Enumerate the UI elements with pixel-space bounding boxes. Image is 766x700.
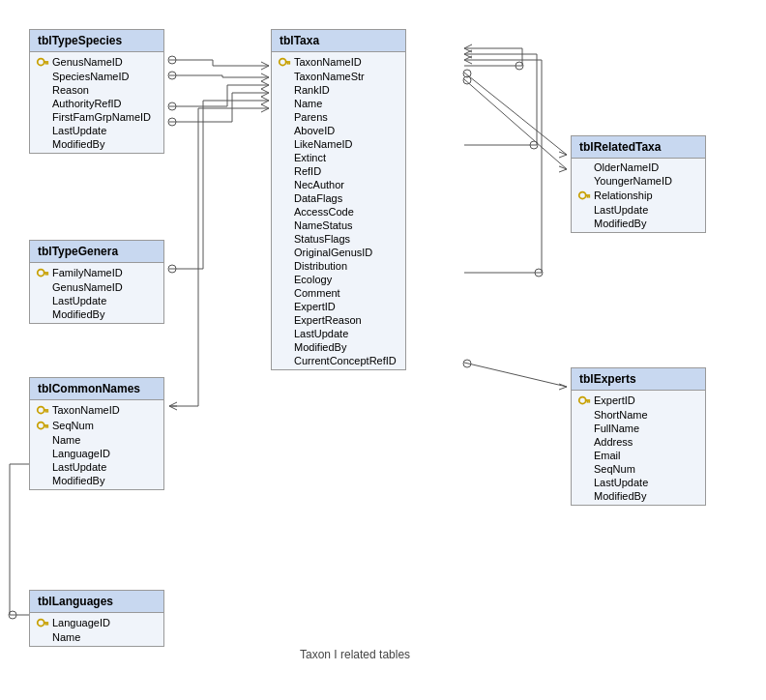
table-row: ModifiedBy [272, 340, 405, 354]
field-name: YoungerNameID [594, 175, 672, 187]
field-name: Parens [294, 111, 328, 123]
table-row: Distribution [272, 259, 405, 273]
svg-rect-75 [44, 61, 48, 63]
table-body-tblexperts: ExpertIDShortNameFullNameAddressEmailSeq… [572, 391, 705, 505]
table-row: SpeciesNameID [30, 70, 163, 83]
field-name: GenusNameID [52, 56, 123, 68]
field-name: FirstFamGrpNameID [52, 111, 151, 123]
field-name: Name [294, 98, 322, 109]
field-name: Name [52, 434, 80, 446]
svg-point-11 [168, 72, 176, 79]
svg-line-66 [559, 384, 567, 387]
svg-line-47 [464, 50, 472, 54]
svg-line-10 [261, 77, 269, 81]
svg-point-78 [280, 59, 286, 66]
svg-line-15 [261, 81, 269, 85]
table-row: AuthorityRefID [30, 97, 163, 110]
svg-rect-95 [44, 424, 48, 426]
svg-rect-87 [44, 272, 48, 274]
table-row: Extinct [272, 151, 405, 164]
svg-rect-103 [44, 622, 48, 624]
table-row: ModifiedBy [572, 489, 705, 503]
table-row: SeqNum [572, 462, 705, 476]
table-row: LastUpdate [572, 476, 705, 489]
svg-point-29 [168, 265, 176, 273]
table-row: ModifiedBy [30, 307, 163, 321]
svg-line-9 [261, 73, 269, 77]
svg-line-59 [559, 155, 567, 158]
table-row: LastUpdate [30, 124, 163, 137]
table-row: Parens [272, 110, 405, 124]
svg-point-86 [38, 270, 44, 277]
table-row: FirstFamGrpNameID [30, 110, 163, 124]
table-row: LastUpdate [30, 460, 163, 474]
key-icon [36, 403, 49, 417]
table-row: Name [272, 97, 405, 110]
table-row: Ecology [272, 273, 405, 286]
svg-line-42 [464, 48, 472, 52]
table-row: FullName [572, 422, 705, 435]
table-row: ModifiedBy [572, 217, 705, 230]
svg-point-61 [463, 76, 471, 84]
field-name: GenusNameID [52, 281, 123, 293]
svg-rect-76 [46, 63, 48, 65]
field-name: SeqNum [52, 420, 94, 431]
svg-point-57 [463, 70, 471, 77]
table-row: LanguageID [30, 615, 163, 630]
table-body-tblrelatedtaxa: OlderNameIDYoungerNameID RelationshipLas… [572, 159, 705, 232]
table-tblrelatedtaxa: tblRelatedTaxaOlderNameIDYoungerNameID R… [571, 135, 706, 233]
table-row: LastUpdate [272, 327, 405, 340]
field-name: ExpertID [294, 301, 336, 312]
field-name: TaxonNameID [52, 404, 120, 416]
field-name: DataFlags [294, 192, 342, 204]
key-icon [36, 55, 49, 69]
svg-point-98 [579, 397, 586, 404]
key-icon [36, 419, 49, 432]
key-icon [577, 189, 591, 202]
svg-rect-85 [587, 196, 589, 198]
table-header-tbltypegenera: tblTypeGenera [30, 241, 163, 263]
field-name: SeqNum [594, 463, 635, 475]
table-row: Comment [272, 286, 405, 300]
field-name: TaxonNameID [294, 56, 362, 68]
svg-point-71 [9, 611, 16, 619]
table-body-tbltypegenera: FamilyNameIDGenusNameIDLastUpdateModifie… [30, 263, 163, 323]
field-name: CurrentConceptRefID [294, 355, 397, 366]
field-name: ModifiedBy [594, 490, 646, 502]
svg-line-34 [261, 108, 269, 112]
table-row: NameStatus [272, 219, 405, 232]
svg-rect-80 [288, 63, 290, 65]
svg-line-41 [464, 44, 472, 48]
svg-point-74 [38, 59, 44, 66]
table-header-tbltaxa: tblTaxa [272, 30, 405, 52]
table-header-tblexperts: tblExperts [572, 368, 705, 391]
field-name: LikeNameID [294, 138, 353, 150]
svg-line-3 [261, 62, 269, 66]
table-tblcommonnames: tblCommonNames TaxonNameID SeqNumNameLan… [29, 377, 164, 490]
svg-rect-104 [46, 624, 48, 626]
field-name: LastUpdate [52, 125, 106, 136]
svg-line-58 [559, 152, 567, 155]
svg-point-82 [579, 192, 586, 199]
table-row: RefID [272, 164, 405, 178]
table-row: ExpertReason [272, 313, 405, 327]
svg-rect-89 [45, 274, 47, 276]
field-name: LastUpdate [294, 328, 348, 339]
key-icon [577, 394, 591, 407]
field-name: NameStatus [294, 219, 353, 231]
field-name: LanguageID [52, 448, 110, 459]
table-row: YoungerNameID [572, 174, 705, 188]
table-row: ShortName [572, 408, 705, 422]
svg-rect-92 [46, 411, 48, 413]
table-header-tblrelatedtaxa: tblRelatedTaxa [572, 136, 705, 159]
field-name: RankID [294, 84, 330, 96]
svg-line-53 [464, 56, 472, 60]
svg-line-60 [464, 79, 567, 169]
field-name: Email [594, 450, 621, 461]
svg-line-21 [261, 89, 269, 93]
svg-line-64 [464, 363, 567, 387]
table-tbllanguages: tblLanguages LanguageIDName [29, 590, 164, 647]
svg-rect-83 [585, 194, 590, 196]
svg-line-22 [261, 93, 269, 97]
svg-point-94 [38, 423, 44, 429]
